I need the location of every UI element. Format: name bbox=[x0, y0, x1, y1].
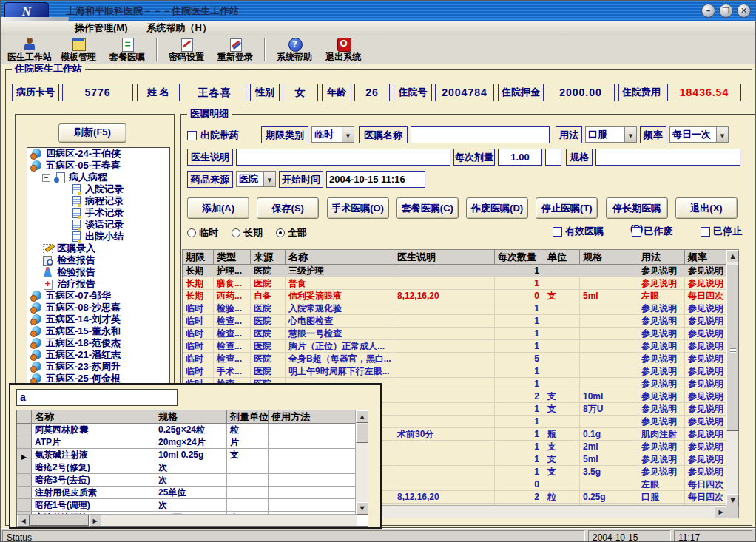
void-order-button[interactable]: 作废医嘱(D) bbox=[466, 197, 528, 219]
column-header[interactable]: 频率 bbox=[685, 250, 727, 264]
relogin-button[interactable]: 重新登录 bbox=[211, 36, 260, 63]
tree-item[interactable]: 五病区-21-潘红志 bbox=[27, 349, 169, 361]
radio-icon[interactable] bbox=[187, 228, 196, 237]
add-button[interactable]: 添加(A) bbox=[187, 197, 249, 219]
refresh-button[interactable]: 刷新(F5) bbox=[58, 123, 126, 143]
radio-icon[interactable] bbox=[232, 228, 240, 237]
drug-row[interactable]: 暗疮1号(调理)次 bbox=[17, 499, 368, 512]
column-header[interactable]: 期限 bbox=[183, 250, 214, 264]
scrollbar-thumb[interactable] bbox=[30, 515, 89, 526]
tree-item[interactable]: 五病区-18-范俊杰 bbox=[27, 337, 169, 349]
dose-input[interactable]: 1.00 bbox=[498, 149, 542, 166]
term-filter-option[interactable]: 全部 bbox=[276, 227, 307, 239]
usage-select[interactable]: 口服 bbox=[585, 126, 637, 143]
collapse-icon[interactable] bbox=[42, 174, 50, 182]
table-row[interactable]: 临时手术...医院明上午9时局麻下行左眼...1参见说明参见说明 bbox=[183, 365, 727, 378]
column-header[interactable]: 来源 bbox=[251, 250, 286, 264]
term-type-select[interactable]: 临时 bbox=[311, 126, 354, 143]
column-header[interactable]: 名称 bbox=[32, 410, 155, 423]
tree-item[interactable]: 谈话记录 bbox=[27, 219, 169, 231]
spec-input[interactable] bbox=[595, 149, 740, 166]
tree-item[interactable]: 五病区-23-苏周升 bbox=[27, 361, 169, 373]
tree-item[interactable]: 出院小结 bbox=[27, 231, 169, 243]
column-header[interactable]: 剂量单位 bbox=[227, 410, 269, 423]
order-name-input[interactable] bbox=[411, 126, 550, 143]
help-button[interactable]: 系统帮助 bbox=[270, 36, 319, 63]
table-row[interactable]: 长期西药...自备信利妥滴眼液8,12,16,200支5ml左眼每日四次 bbox=[183, 290, 727, 302]
drug-search-input[interactable]: a bbox=[16, 389, 178, 406]
doctor-note-input[interactable] bbox=[236, 149, 450, 166]
column-header[interactable]: 用法 bbox=[638, 250, 685, 264]
checkbox-icon[interactable] bbox=[632, 227, 641, 237]
tree-item[interactable]: 五病区-07-邹华 bbox=[27, 290, 169, 302]
start-time-input[interactable]: 2004-10-15 11:16 bbox=[326, 171, 425, 188]
drug-source-select[interactable]: 医院 bbox=[236, 171, 276, 187]
tree-item[interactable]: 五病区-05-王春喜 bbox=[27, 160, 169, 172]
state-filter-option[interactable]: 已停止 bbox=[701, 226, 742, 237]
checkbox-icon[interactable] bbox=[553, 227, 562, 237]
tree-item[interactable]: 治疗报告 bbox=[27, 278, 169, 290]
drug-row[interactable]: 注射用促皮质素25单位 bbox=[17, 487, 368, 499]
drug-row[interactable]: 暗疮3号(去痘)次 bbox=[17, 474, 368, 487]
drug-row[interactable]: 暗疮2号(修复)次 bbox=[17, 461, 368, 474]
term-filter-option[interactable]: 长期 bbox=[232, 227, 263, 239]
drug-row[interactable]: 氨茶碱注射液10ml 0.25g支 bbox=[17, 449, 368, 461]
column-header[interactable]: 类型 bbox=[214, 250, 251, 264]
chevron-down-icon[interactable] bbox=[263, 172, 275, 186]
exit-button[interactable]: 退出(X) bbox=[675, 197, 738, 219]
maximize-button[interactable]: ❐ bbox=[719, 4, 733, 18]
scroll-right-icon[interactable]: ▶ bbox=[89, 515, 101, 527]
table-row[interactable]: 长期护理...医院三级护理1参见说明参见说明 bbox=[183, 265, 727, 277]
exit-button[interactable]: 退出系统 bbox=[319, 36, 368, 63]
table-row[interactable]: 临时检查...医院心电图检查1参见说明参见说明 bbox=[183, 315, 727, 328]
scroll-down-icon[interactable]: ▼ bbox=[356, 502, 368, 515]
stop-longterm-order-button[interactable]: 停长期医嘱(P) bbox=[606, 197, 668, 219]
table-row[interactable]: 临时检验...医院入院常规化验1参见说明参见说明 bbox=[183, 302, 727, 315]
tree-item[interactable]: 手术记录 bbox=[27, 207, 169, 219]
menu-system-help[interactable]: 系统帮助（H） bbox=[147, 21, 212, 35]
scroll-up-icon[interactable]: ▲ bbox=[726, 250, 739, 262]
tree-item[interactable]: 入院记录 bbox=[27, 183, 169, 195]
surgery-order-button[interactable]: 手术医嘱(O) bbox=[327, 197, 389, 219]
tree-item[interactable]: 病程记录 bbox=[27, 195, 169, 207]
frequency-select[interactable]: 每日一次 bbox=[669, 126, 729, 143]
tree-item[interactable]: 医嘱录入 bbox=[27, 243, 169, 254]
state-filter-option[interactable]: 有效医嘱 bbox=[553, 226, 604, 237]
dose-unit-box[interactable] bbox=[545, 149, 561, 166]
minimize-button[interactable]: – bbox=[701, 4, 715, 18]
scroll-up-icon[interactable]: ▲ bbox=[356, 410, 368, 423]
table-row[interactable]: 临时检查...医院慧眼一号检查1参见说明参见说明 bbox=[183, 328, 727, 340]
popup-horizontal-scrollbar[interactable]: ◀ ▶ bbox=[17, 514, 357, 526]
tree-item[interactable]: 四病区-24-王伯侠 bbox=[27, 148, 169, 160]
scroll-left-icon[interactable]: ◀ bbox=[17, 515, 30, 527]
drug-row[interactable]: 阿莫西林胶囊0.25g×24粒粒 bbox=[17, 424, 368, 436]
scrollbar-thumb[interactable] bbox=[356, 424, 368, 443]
close-button[interactable]: ✕ bbox=[737, 4, 751, 18]
tree-item[interactable]: 五病区-14-刘才英 bbox=[27, 314, 169, 325]
scrollbar-thumb[interactable] bbox=[726, 265, 739, 431]
chevron-down-icon[interactable] bbox=[716, 127, 728, 142]
password-set-button[interactable]: 密码设置 bbox=[162, 36, 211, 63]
stop-order-button[interactable]: 停止医嘱(T) bbox=[536, 197, 598, 219]
template-manage-button[interactable]: 模板管理 bbox=[54, 36, 103, 63]
vertical-scrollbar[interactable]: ▲ ▼ bbox=[726, 250, 738, 507]
popup-vertical-scrollbar[interactable]: ▲ ▼ bbox=[355, 410, 368, 515]
tree-item[interactable]: 病人病程 bbox=[27, 172, 169, 183]
discharge-med-checkbox[interactable] bbox=[187, 131, 197, 140]
column-header[interactable]: 规格 bbox=[155, 410, 227, 423]
tree-item[interactable]: 检验报告 bbox=[27, 266, 169, 278]
column-header[interactable]: 每次数量 bbox=[495, 250, 544, 264]
radio-icon[interactable] bbox=[276, 228, 285, 237]
tree-item[interactable]: 五病区-15-董永和 bbox=[27, 325, 169, 337]
combo-orders-button[interactable]: 套餐医嘱 bbox=[103, 36, 152, 63]
table-row[interactable]: 长期膳食...医院普食1参见说明参见说明 bbox=[183, 277, 727, 290]
column-header[interactable]: 名称 bbox=[286, 250, 394, 264]
table-row[interactable]: 临时检查...医院胸片（正位）正常成人...1参见说明参见说明 bbox=[183, 340, 727, 353]
save-button[interactable]: 保存(S) bbox=[257, 197, 319, 219]
column-header[interactable]: 医生说明 bbox=[394, 250, 495, 264]
chevron-down-icon[interactable] bbox=[342, 127, 354, 142]
checkbox-icon[interactable] bbox=[701, 227, 710, 237]
tree-item[interactable]: 检查报告 bbox=[27, 254, 169, 266]
column-header[interactable]: 使用方法 bbox=[269, 410, 357, 423]
state-filter-option[interactable]: 已作废 bbox=[632, 226, 673, 237]
